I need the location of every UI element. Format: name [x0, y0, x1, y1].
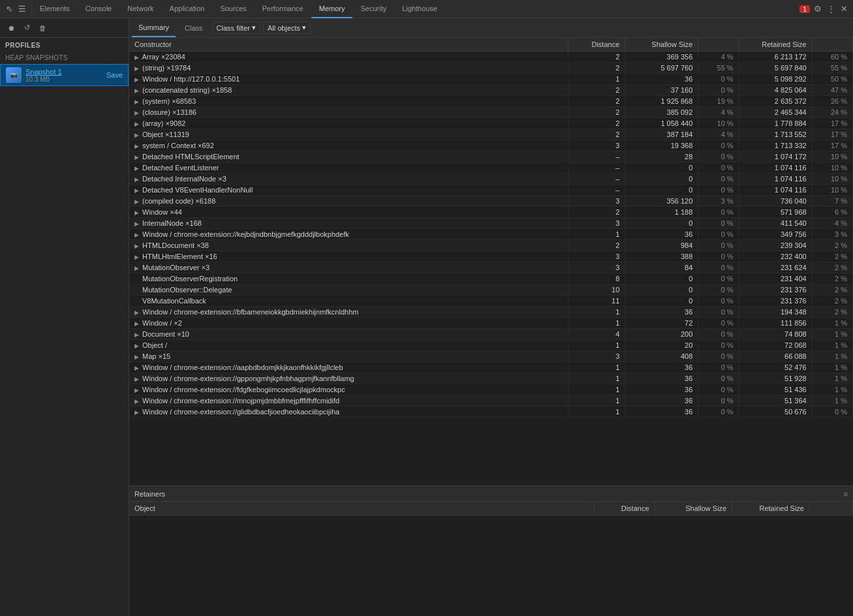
table-row[interactable]: InternalNode ×168300 %411 5404 %	[129, 218, 853, 229]
row-expand-arrow[interactable]	[134, 108, 139, 116]
row-expand-arrow[interactable]	[134, 53, 139, 61]
inspect-icon[interactable]: ☰	[17, 4, 27, 14]
table-row[interactable]: HTMLDocument ×3829840 %239 3042 %	[129, 240, 853, 251]
settings-icon[interactable]: ⚙	[813, 4, 823, 14]
class-filter-dropdown[interactable]: Class filter ▾	[212, 22, 260, 34]
table-row[interactable]: (system) ×6858321 925 86819 %2 635 37226…	[129, 96, 853, 107]
row-expand-arrow[interactable]	[134, 352, 139, 360]
heap-table-container[interactable]: Constructor Distance Shallow Size Retain…	[129, 38, 853, 485]
table-row[interactable]: Detached InternalNode ×3–00 %1 074 11610…	[129, 174, 853, 185]
table-row[interactable]: Map ×1534080 %66 0881 %	[129, 351, 853, 362]
row-expand-arrow[interactable]	[134, 330, 139, 338]
table-row[interactable]: system / Context ×692319 3680 %1 713 332…	[129, 140, 853, 151]
retainers-table-container[interactable]: Object Distance Shallow Size Retained Si…	[129, 502, 853, 616]
row-expand-arrow[interactable]	[134, 208, 139, 216]
table-row[interactable]: (string) ×1978425 697 76055 %5 697 84055…	[129, 63, 853, 74]
table-row[interactable]: Detached EventListener–00 %1 074 11610 %	[129, 162, 853, 174]
table-row[interactable]: MutationObserverRegistration800 %231 404…	[129, 273, 853, 285]
row-expand-arrow[interactable]	[134, 319, 139, 327]
record-button[interactable]: ⏺	[5, 22, 17, 34]
table-row[interactable]: Window / chrome-extension://kejbdjndbnbj…	[129, 229, 853, 240]
table-row[interactable]: Detached HTMLScriptElement–280 %1 074 17…	[129, 151, 853, 162]
table-row[interactable]: HTMLHtmlElement ×1633880 %232 4002 %	[129, 251, 853, 262]
snapshot-item[interactable]: 📷 Snapshot 1 10.3 MB Save	[0, 64, 129, 86]
table-row[interactable]: Window / chrome-extension://bfbameneiokk…	[129, 307, 853, 318]
table-row[interactable]: Window ×4421 1880 %571 9686 %	[129, 207, 853, 218]
row-expand-arrow[interactable]	[134, 64, 139, 72]
table-row[interactable]: Window / chrome-extension://gppongmhjkpf…	[129, 373, 853, 384]
table-row[interactable]: Object /1200 %72 0681 %	[129, 340, 853, 351]
retainers-menu-icon[interactable]: ≡	[844, 490, 848, 498]
table-row[interactable]: Window / ×21720 %111 8561 %	[129, 318, 853, 329]
tab-console[interactable]: Console	[78, 0, 119, 18]
cursor-icon[interactable]: ⇖	[4, 4, 14, 14]
row-expand-arrow[interactable]	[134, 153, 139, 161]
row-expand-arrow[interactable]	[134, 186, 139, 194]
row-expand-arrow[interactable]	[134, 341, 139, 349]
top-bar: ⇖ ☰ Elements Console Network Application…	[0, 0, 853, 18]
cell-shallow-pct: 0 %	[698, 373, 739, 384]
row-expand-arrow[interactable]	[134, 375, 139, 382]
row-expand-arrow[interactable]	[134, 363, 139, 371]
table-row[interactable]: (closure) ×131862385 0924 %2 465 34424 %	[129, 107, 853, 118]
row-expand-arrow[interactable]	[134, 164, 139, 172]
tab-memory[interactable]: Memory	[311, 0, 353, 18]
table-row[interactable]: V8MutationCallback1100 %231 3762 %	[129, 296, 853, 307]
tab-elements[interactable]: Elements	[32, 0, 78, 18]
table-row[interactable]: MutationObserver ×33840 %231 6242 %	[129, 262, 853, 273]
row-expand-arrow[interactable]	[134, 97, 139, 105]
table-row[interactable]: Detached V8EventHandlerNonNull–00 %1 074…	[129, 185, 853, 196]
row-expand-arrow[interactable]	[134, 197, 139, 205]
table-row[interactable]: (concatenated string) ×1858237 1600 %4 8…	[129, 85, 853, 96]
save-button[interactable]: Save	[106, 71, 123, 79]
close-icon[interactable]: ✕	[839, 4, 849, 14]
table-row[interactable]: Window / chrome-extension://aapbdbdomjkk…	[129, 362, 853, 373]
table-row[interactable]: Document ×1042000 %74 8081 %	[129, 329, 853, 340]
table-row[interactable]: Object ×113192387 1844 %1 713 55217 %	[129, 129, 853, 140]
table-row[interactable]: Window / http://127.0.0.1:55011360 %5 09…	[129, 74, 853, 85]
row-expand-arrow[interactable]	[134, 241, 139, 249]
sub-tab-summary[interactable]: Summary	[132, 19, 176, 37]
tab-lighthouse[interactable]: Lighthouse	[394, 0, 445, 18]
cell-shallow-pct: 10 %	[698, 118, 739, 129]
row-expand-arrow[interactable]	[134, 131, 139, 138]
tab-security[interactable]: Security	[352, 0, 394, 18]
row-expand-arrow[interactable]	[134, 119, 139, 127]
table-row[interactable]: Array ×230842369 3564 %6 213 17260 %	[129, 52, 853, 63]
snapshot-name[interactable]: Snapshot 1	[25, 68, 102, 76]
cell-constructor: Document ×10	[129, 329, 568, 340]
tab-application[interactable]: Application	[162, 0, 213, 18]
row-expand-arrow[interactable]	[134, 308, 139, 316]
more-icon[interactable]: ⋮	[826, 4, 836, 14]
table-row[interactable]: (array) ×908221 058 44010 %1 778 88417 %	[129, 118, 853, 129]
reload-button[interactable]: ↺	[21, 22, 33, 34]
objects-label: All objects	[268, 24, 300, 32]
tab-sources[interactable]: Sources	[212, 0, 254, 18]
row-expand-arrow[interactable]	[134, 175, 139, 183]
table-row[interactable]: MutationObserver::Delegate1000 %231 3762…	[129, 285, 853, 296]
table-row[interactable]: Window / chrome-extension://glidbdbacfji…	[129, 407, 853, 418]
row-expand-arrow[interactable]	[134, 230, 139, 238]
table-row[interactable]: (compiled code) ×61883356 1203 %736 0407…	[129, 196, 853, 207]
row-expand-arrow[interactable]	[134, 75, 139, 83]
tab-network[interactable]: Network	[119, 0, 161, 18]
row-expand-arrow[interactable]	[134, 142, 139, 149]
row-expand-arrow[interactable]	[134, 219, 139, 227]
cell-distance: 2	[568, 129, 625, 140]
row-expand-arrow[interactable]	[134, 86, 139, 94]
sub-tab-class[interactable]: Class	[178, 19, 209, 37]
row-expand-arrow[interactable]	[134, 264, 139, 271]
row-expand-arrow[interactable]	[134, 386, 139, 393]
row-expand-arrow[interactable]	[134, 397, 139, 405]
table-row[interactable]: Window / chrome-extension://mnojpmjdmbbf…	[129, 395, 853, 407]
delete-button[interactable]: 🗑	[37, 22, 48, 34]
tab-performance[interactable]: Performance	[255, 0, 311, 18]
objects-dropdown[interactable]: All objects ▾	[263, 22, 311, 34]
row-expand-arrow[interactable]	[134, 253, 139, 260]
retainers-panel: Retainers ≡ Object Distance Shallow Size…	[129, 485, 853, 616]
retainers-col-retained: Retained Size	[732, 502, 810, 516]
cell-distance: 1	[568, 395, 625, 407]
row-expand-arrow[interactable]	[134, 408, 139, 416]
snapshot-info: Snapshot 1 10.3 MB	[25, 68, 102, 83]
table-row[interactable]: Window / chrome-extension://fdgfkebogiim…	[129, 384, 853, 395]
